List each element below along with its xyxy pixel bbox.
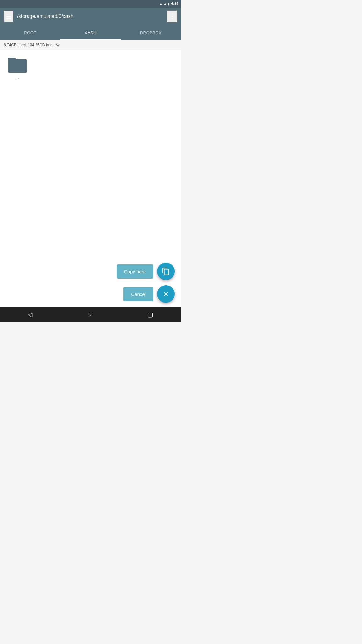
overflow-menu-button[interactable]: ⋮ <box>167 10 177 22</box>
battery-icon: ▮ <box>168 2 170 6</box>
tab-bar: ROOT XASH DROPBOX <box>0 25 181 40</box>
clipboard-icon <box>162 267 170 275</box>
nav-recent-button[interactable]: ▢ <box>140 308 161 321</box>
menu-icon-button[interactable]: ☰ <box>4 11 13 22</box>
tab-dropbox[interactable]: DROPBOX <box>121 25 181 40</box>
status-icons: ▲ ▲ ▮ <box>159 2 170 6</box>
folder-icon <box>7 55 29 74</box>
status-bar: ▲ ▲ ▮ 4:16 <box>0 0 181 8</box>
path-title: /storage/emulated/0/xash <box>17 14 163 19</box>
storage-info-text: 6.74GB used, 104.25GB free, r/w <box>4 43 59 47</box>
nav-back-button[interactable]: ◁ <box>20 308 40 321</box>
copy-here-row: Copy here <box>117 263 175 280</box>
cancel-button[interactable]: Cancel <box>123 287 153 301</box>
cancel-row: Cancel <box>123 285 175 303</box>
copy-here-fab[interactable] <box>157 263 175 280</box>
top-bar: ☰ /storage/emulated/0/xash ⋮ <box>0 8 181 25</box>
storage-info: 6.74GB used, 104.25GB free, r/w <box>0 40 181 50</box>
tab-xash-label: XASH <box>85 31 96 35</box>
tab-root-label: ROOT <box>24 31 36 35</box>
action-buttons: Copy here Cancel <box>117 263 175 303</box>
folder-name-parent: .. <box>16 75 19 80</box>
folder-item-parent[interactable]: .. <box>5 55 30 80</box>
status-time: 4:16 <box>171 2 178 6</box>
tab-dropbox-label: DROPBOX <box>140 31 162 35</box>
cancel-fab[interactable] <box>157 285 175 303</box>
copy-here-button[interactable]: Copy here <box>117 264 153 279</box>
nav-bar: ◁ ○ ▢ <box>0 307 181 322</box>
tab-root[interactable]: ROOT <box>0 25 60 40</box>
main-content: .. Copy here Cancel <box>0 50 181 322</box>
close-icon <box>162 291 169 297</box>
signal-icon: ▲ <box>163 2 167 6</box>
nav-home-button[interactable]: ○ <box>80 308 99 321</box>
file-list: .. <box>0 50 181 85</box>
tab-xash[interactable]: XASH <box>60 25 121 40</box>
wifi-icon: ▲ <box>159 2 162 6</box>
